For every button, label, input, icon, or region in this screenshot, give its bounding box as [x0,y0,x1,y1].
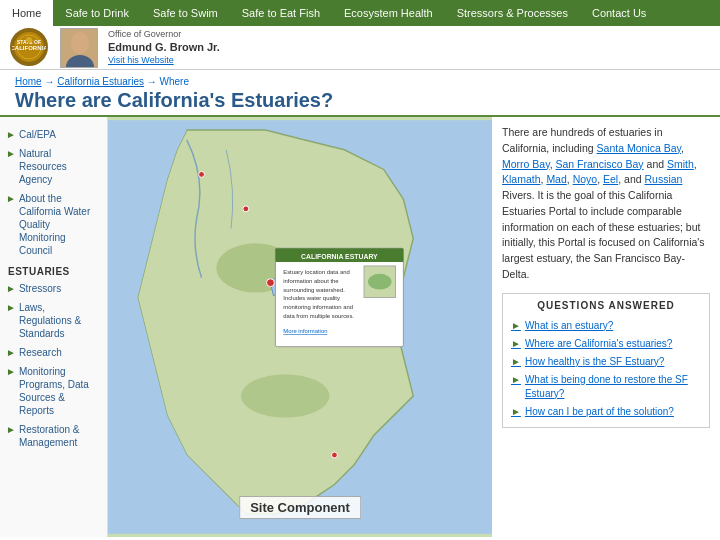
arrow-icon: ► [511,405,521,419]
question-link-what-is-estuary[interactable]: ► What is an estuary? [511,317,701,335]
breadcrumb-arrow2: → [147,76,157,87]
top-nav: Home Safe to Drink Safe to Swim Safe to … [0,0,720,26]
noyo-link[interactable]: Noyo [573,173,598,185]
page-header: Home → California Estuaries → Where Wher… [0,70,720,117]
svg-point-27 [267,279,275,287]
arrow-icon: ► [6,128,16,141]
california-map: CALIFORNIA ESTUARY Estuary location data… [108,117,492,537]
nav-safe-to-swim[interactable]: Safe to Swim [141,0,230,26]
map-area: CALIFORNIA ESTUARY Estuary location data… [108,117,492,537]
russian-link[interactable]: Russian [644,173,682,185]
svg-text:surrounding watershed.: surrounding watershed. [283,287,345,293]
nav-ecosystem-health[interactable]: Ecosystem Health [332,0,445,26]
sidebar-item-stressors[interactable]: ► Stressors [0,279,107,298]
morro-bay-link[interactable]: Morro Bay [502,158,550,170]
arrow-icon: ► [6,423,16,436]
question-label: How healthy is the SF Estuary? [525,355,665,369]
arrow-icon: ► [6,365,16,378]
breadcrumb-current: Where [160,76,189,87]
breadcrumb-home[interactable]: Home [15,76,42,87]
smith-link[interactable]: Smith [667,158,694,170]
gov-name: Edmund G. Brown Jr. [108,40,220,54]
nav-contact-us[interactable]: Contact Us [580,0,658,26]
arrow-icon: ► [6,282,16,295]
questions-box: QUESTIONS ANSWERED ► What is an estuary?… [502,293,710,428]
svg-point-6 [71,32,89,54]
main-layout: ► Cal/EPA ► Natural Resources Agency ► A… [0,117,720,537]
breadcrumb-arrow1: → [44,76,54,87]
gov-title-label: Office of Governor [108,29,220,41]
svg-text:CALIFORNIA ESTUARY: CALIFORNIA ESTUARY [301,253,378,260]
sidebar-item-label: Cal/EPA [19,128,56,141]
sidebar-item-label: Restoration & Management [19,423,99,449]
sidebar-item-restoration[interactable]: ► Restoration & Management [0,420,107,452]
governor-bar: STATE OF CALIFORNIA Office of Governor E… [0,26,720,70]
breadcrumb: Home → California Estuaries → Where [15,76,705,87]
svg-point-4 [26,37,32,43]
sidebar-item-label: Natural Resources Agency [19,147,99,186]
breadcrumb-ca-estuaries[interactable]: California Estuaries [57,76,144,87]
sidebar-item-natural-resources[interactable]: ► Natural Resources Agency [0,144,107,189]
sidebar-item-monitoring[interactable]: ► Monitoring Programs, Data Sources & Re… [0,362,107,420]
klamath-link[interactable]: Klamath [502,173,541,185]
sf-bay-link[interactable]: San Francisco Bay [556,158,644,170]
right-panel: There are hundreds of estuaries in Calif… [492,117,720,537]
question-link-restore-sf[interactable]: ► What is being done to restore the SF E… [511,371,701,403]
arrow-icon: ► [511,355,521,369]
governor-info: Office of Governor Edmund G. Brown Jr. V… [108,29,220,67]
arrow-icon: ► [6,147,16,160]
sidebar-item-label: Research [19,346,62,359]
svg-text:CALIFORNIA: CALIFORNIA [12,45,46,51]
question-link-where-ca-estuaries[interactable]: ► Where are California's estuaries? [511,335,701,353]
arrow-icon: ► [6,301,16,314]
arrow-icon: ► [511,337,521,351]
sidebar: ► Cal/EPA ► Natural Resources Agency ► A… [0,117,108,537]
svg-point-29 [199,171,205,177]
sidebar-item-label: Stressors [19,282,61,295]
seal-icon: STATE OF CALIFORNIA [10,28,48,66]
sidebar-item-label: Laws, Regulations & Standards [19,301,99,340]
sidebar-item-label: Monitoring Programs, Data Sources & Repo… [19,365,99,417]
sidebar-section-estuaries: ESTUARIES [0,260,107,279]
question-link-part-of-solution[interactable]: ► How can I be part of the solution? [511,403,701,421]
sidebar-item-about-ca-water[interactable]: ► About the California Water Quality Mon… [0,189,107,260]
intro-text: There are hundreds of estuaries in Calif… [502,125,710,283]
svg-text:More information: More information [283,328,327,334]
sidebar-item-laws-regs[interactable]: ► Laws, Regulations & Standards [0,298,107,343]
question-label: Where are California's estuaries? [525,337,673,351]
svg-text:monitoring information and: monitoring information and [283,304,353,310]
eel-link[interactable]: Eel [603,173,618,185]
nav-safe-to-eat-fish[interactable]: Safe to Eat Fish [230,0,332,26]
mad-link[interactable]: Mad [546,173,566,185]
governor-seal: STATE OF CALIFORNIA [10,28,60,68]
nav-home[interactable]: Home [0,0,53,26]
svg-text:data from multiple sources.: data from multiple sources. [283,313,354,319]
arrow-icon: ► [6,192,16,205]
santa-monica-bay-link[interactable]: Santa Monica Bay [597,142,681,154]
sidebar-item-label: About the California Water Quality Monit… [19,192,99,257]
svg-text:information about the: information about the [283,278,339,284]
svg-point-26 [368,274,392,290]
nav-stressors[interactable]: Stressors & Processes [445,0,580,26]
question-link-how-healthy-sf[interactable]: ► How healthy is the SF Estuary? [511,353,701,371]
visit-website-link[interactable]: Visit his Website [108,55,220,67]
svg-text:Estuary location data and: Estuary location data and [283,269,349,275]
arrow-icon: ► [6,346,16,359]
questions-title: QUESTIONS ANSWERED [511,300,701,311]
svg-point-28 [243,206,249,212]
site-component-label: Site Component [239,496,361,519]
arrow-icon: ► [511,319,521,333]
svg-point-30 [332,452,338,458]
sidebar-item-research[interactable]: ► Research [0,343,107,362]
nav-safe-to-drink[interactable]: Safe to Drink [53,0,141,26]
page-title: Where are California's Estuaries? [15,89,705,111]
svg-point-13 [241,374,330,417]
sidebar-item-cal-epa[interactable]: ► Cal/EPA [0,125,107,144]
svg-text:Includes water quality: Includes water quality [283,295,340,301]
question-label: What is being done to restore the SF Est… [525,373,701,401]
question-label: What is an estuary? [525,319,613,333]
question-label: How can I be part of the solution? [525,405,674,419]
arrow-icon: ► [511,373,521,387]
